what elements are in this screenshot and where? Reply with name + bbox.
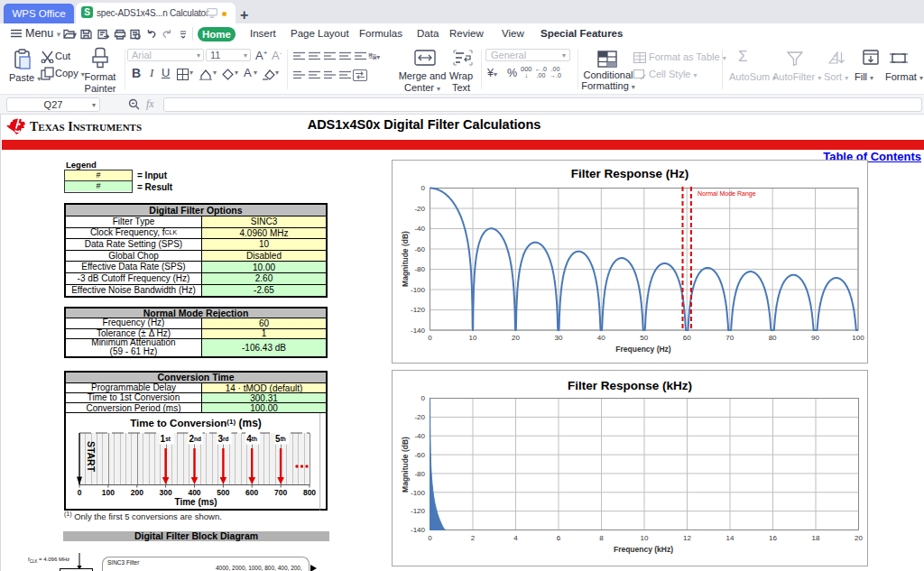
svg-text:-140: -140 [411, 526, 426, 534]
svg-text:-100: -100 [411, 489, 426, 497]
svg-text:Filter Response (kHz): Filter Response (kHz) [568, 379, 692, 392]
svg-text:6: 6 [557, 534, 561, 542]
svg-text:Time (ms): Time (ms) [174, 497, 217, 507]
svg-text:100: 100 [102, 488, 115, 497]
svg-text:-120: -120 [411, 507, 426, 515]
svg-text:400: 400 [188, 488, 200, 497]
svg-text:-80: -80 [414, 470, 425, 478]
svg-text:START: START [86, 441, 97, 473]
svg-text:0: 0 [421, 394, 426, 402]
svg-text:70: 70 [725, 334, 734, 342]
svg-text:-140: -140 [411, 327, 426, 335]
svg-text:200: 200 [131, 488, 143, 497]
svg-text:4: 4 [513, 534, 518, 542]
svg-text:50: 50 [640, 334, 648, 342]
svg-text:90: 90 [811, 334, 819, 342]
svg-text:12: 12 [683, 534, 691, 542]
svg-text:60: 60 [683, 334, 691, 342]
svg-text:-120: -120 [411, 306, 426, 314]
svg-text:Frequency (Hz): Frequency (Hz) [615, 345, 671, 354]
svg-text:-60: -60 [414, 245, 425, 253]
svg-text:-80: -80 [414, 265, 425, 273]
svg-text:40: 40 [597, 334, 605, 342]
svg-text:700: 700 [274, 488, 287, 497]
svg-text:-60: -60 [414, 451, 425, 459]
svg-text:20: 20 [512, 334, 520, 342]
svg-text:-40: -40 [414, 432, 425, 440]
svg-text:Frequency (kHz): Frequency (kHz) [614, 545, 673, 554]
svg-text:Normal Mode Range: Normal Mode Range [698, 190, 756, 198]
svg-text:14: 14 [726, 534, 735, 542]
svg-text:0: 0 [78, 488, 82, 497]
svg-text:20: 20 [855, 534, 863, 542]
svg-text:8: 8 [599, 534, 604, 542]
svg-text:Magnitude (dB): Magnitude (dB) [401, 231, 410, 287]
svg-text:800: 800 [303, 488, 316, 497]
svg-text:-20: -20 [414, 205, 425, 213]
svg-text:0: 0 [428, 534, 432, 542]
svg-text:0: 0 [428, 334, 432, 342]
svg-text:Filter Response (Hz): Filter Response (Hz) [571, 167, 689, 180]
svg-text:Time to Conversion(1) (ms): Time to Conversion(1) (ms) [130, 417, 262, 429]
svg-text:600: 600 [245, 488, 258, 497]
svg-text:-40: -40 [414, 225, 425, 233]
svg-text:16: 16 [769, 534, 777, 542]
svg-text:10: 10 [469, 334, 477, 342]
svg-text:10: 10 [641, 534, 649, 542]
svg-text:30: 30 [554, 334, 562, 342]
svg-text:-100: -100 [411, 286, 426, 294]
svg-text:0: 0 [421, 184, 426, 192]
svg-text:100: 100 [852, 334, 864, 342]
svg-text:80: 80 [769, 334, 777, 342]
svg-text:2: 2 [471, 534, 476, 542]
svg-text:Magnitude (dB): Magnitude (dB) [401, 437, 410, 493]
svg-text:300: 300 [160, 488, 172, 497]
svg-text:500: 500 [217, 488, 229, 497]
svg-text:-20: -20 [414, 413, 425, 421]
svg-text:18: 18 [812, 534, 820, 542]
